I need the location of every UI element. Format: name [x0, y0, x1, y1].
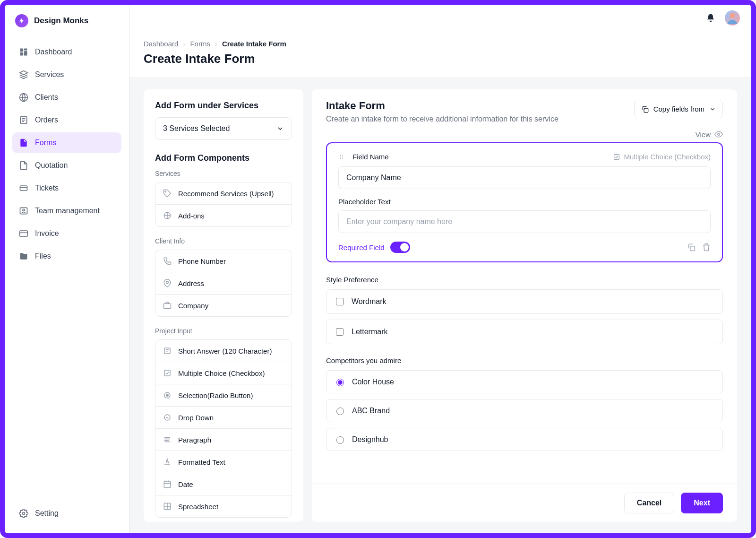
option-label: Designhub	[352, 435, 388, 444]
avatar[interactable]	[725, 10, 740, 26]
sidebar-item-forms[interactable]: Forms	[12, 132, 121, 153]
component-formatted-text[interactable]: Formatted Text	[155, 451, 292, 473]
component-label: Formatted Text	[178, 458, 225, 466]
component-recommend-services[interactable]: Recommend Services (Upsell)	[155, 182, 292, 204]
svg-rect-15	[164, 304, 171, 309]
eye-icon	[714, 130, 723, 139]
component-phone[interactable]: Phone Number	[155, 250, 292, 272]
svg-rect-2	[24, 51, 27, 55]
svg-rect-32	[690, 246, 695, 251]
option-color-house[interactable]: Color House	[326, 370, 723, 393]
svg-point-20	[164, 415, 170, 420]
sidebar-item-label: Invoice	[35, 229, 59, 238]
sidebar-item-label: Tickets	[35, 184, 59, 192]
drag-handle-icon[interactable]	[338, 154, 345, 160]
svg-point-27	[340, 158, 341, 159]
group-services: Recommend Services (Upsell) Add-ons	[155, 182, 292, 227]
form-subtitle: Create an intake form to receive additio…	[326, 115, 558, 123]
svg-point-19	[166, 394, 169, 397]
option-wordmark[interactable]: Wordmark	[326, 289, 723, 314]
option-label: Lettermark	[352, 328, 387, 336]
radio-input[interactable]	[336, 408, 344, 415]
placeholder-label: Placeholder Text	[338, 198, 711, 206]
checkbox-input[interactable]	[336, 328, 344, 336]
credit-card-icon	[19, 229, 28, 238]
sidebar: Design Monks Dashboard Services Clients …	[5, 5, 129, 533]
required-toggle[interactable]	[390, 242, 410, 253]
radio-input[interactable]	[336, 436, 344, 444]
view-label: View	[696, 130, 711, 139]
sidebar-item-setting[interactable]: Setting	[12, 503, 121, 524]
topbar	[129, 5, 751, 31]
duplicate-icon[interactable]	[687, 243, 696, 252]
sidebar-item-label: Setting	[35, 509, 59, 518]
component-label: Multiple Choice (Checkbox)	[178, 369, 265, 377]
field-name-input[interactable]	[338, 166, 711, 189]
component-addons[interactable]: Add-ons	[155, 204, 292, 226]
sidebar-item-services[interactable]: Services	[12, 64, 121, 85]
sidebar-item-tickets[interactable]: Tickets	[12, 178, 121, 199]
sidebar-item-orders[interactable]: Orders	[12, 110, 121, 130]
component-label: Phone Number	[178, 257, 226, 265]
services-select[interactable]: 3 Services Selected	[155, 117, 292, 140]
checkbox-icon	[613, 153, 620, 161]
next-button[interactable]: Next	[681, 493, 723, 513]
grid-icon	[19, 47, 28, 57]
component-radio[interactable]: Selection(Radio Button)	[155, 384, 292, 406]
component-dropdown[interactable]: Drop Down	[155, 406, 292, 428]
sidebar-item-label: Forms	[35, 139, 56, 147]
svg-point-14	[166, 281, 169, 284]
globe-icon	[19, 93, 28, 102]
placeholder-input[interactable]	[338, 210, 711, 233]
component-address[interactable]: Address	[155, 272, 292, 294]
trash-icon[interactable]	[702, 243, 711, 252]
component-label: Date	[178, 480, 193, 488]
component-label: Company	[178, 302, 208, 310]
breadcrumb-item[interactable]: Dashboard	[144, 40, 178, 48]
field-editor: Field Name Multiple Choice (Checkbox) Pl…	[326, 142, 723, 262]
option-abc-brand[interactable]: ABC Brand	[326, 399, 723, 422]
text-icon	[163, 347, 172, 355]
svg-point-25	[340, 155, 341, 156]
sidebar-item-clients[interactable]: Clients	[12, 87, 121, 108]
brand[interactable]: Design Monks	[12, 14, 121, 27]
sidebar-item-dashboard[interactable]: Dashboard	[12, 42, 121, 62]
form-title: Intake Form	[326, 100, 558, 112]
sidebar-item-files[interactable]: Files	[12, 246, 121, 267]
view-toggle[interactable]: View	[312, 126, 737, 142]
component-label: Add-ons	[178, 212, 205, 220]
document-icon	[19, 138, 28, 148]
component-multiple-choice[interactable]: Multiple Choice (Checkbox)	[155, 362, 292, 384]
svg-rect-9	[20, 231, 28, 236]
field-type-selector[interactable]: Multiple Choice (Checkbox)	[613, 153, 711, 161]
sidebar-item-label: Team management	[35, 207, 100, 215]
component-paragraph[interactable]: Paragraph	[155, 428, 292, 451]
component-short-answer[interactable]: Short Answer (120 Character)	[155, 340, 292, 362]
component-date[interactable]: Date	[155, 473, 292, 495]
cancel-button[interactable]: Cancel	[624, 493, 674, 513]
dropdown-icon	[163, 413, 172, 422]
component-company[interactable]: Company	[155, 294, 292, 316]
sidebar-item-quotation[interactable]: Quotation	[12, 155, 121, 176]
component-spreadsheet[interactable]: Spreadsheet	[155, 495, 292, 517]
sidebar-item-team[interactable]: Team management	[12, 200, 121, 221]
svg-point-12	[165, 191, 166, 192]
bell-icon[interactable]	[706, 13, 715, 23]
option-lettermark[interactable]: Lettermark	[326, 320, 723, 344]
checkbox-input[interactable]	[336, 298, 344, 305]
folder-icon	[19, 252, 28, 261]
sidebar-item-invoice[interactable]: Invoice	[12, 223, 121, 244]
add-under-services-heading: Add Form under Services	[155, 101, 292, 111]
svg-point-30	[342, 158, 343, 159]
option-designhub[interactable]: Designhub	[326, 428, 723, 451]
breadcrumb-item[interactable]: Forms	[190, 40, 210, 48]
svg-point-11	[730, 13, 735, 18]
svg-rect-31	[614, 154, 619, 159]
grid-icon	[163, 211, 172, 220]
sidebar-item-label: Files	[35, 252, 51, 260]
calendar-icon	[163, 480, 172, 488]
users-icon	[19, 206, 28, 216]
copy-fields-button[interactable]: Copy fields from	[634, 100, 723, 118]
question-label: Style Preference	[326, 276, 723, 284]
radio-input[interactable]	[336, 379, 344, 386]
